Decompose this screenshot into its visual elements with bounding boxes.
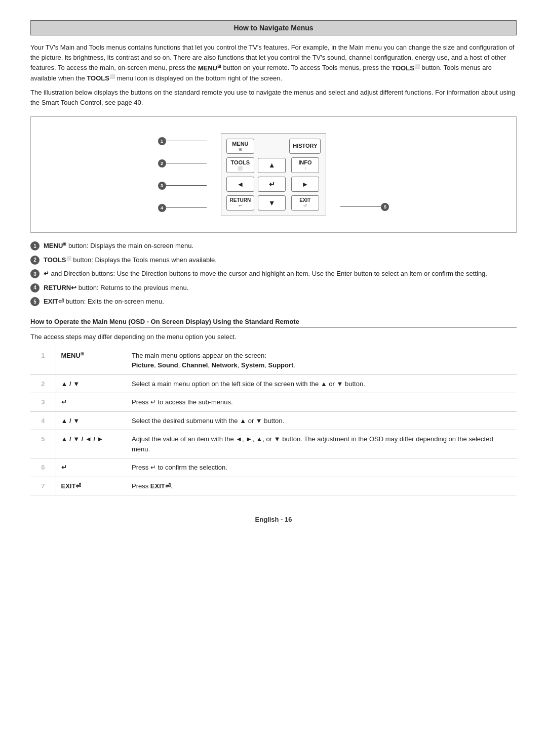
bullet-num-5: 5 xyxy=(30,297,40,306)
step-label-3: ↵ xyxy=(56,393,127,412)
step-num-3: 3 xyxy=(30,393,56,412)
step-row-3: 3 ↵ Press ↵ to access the sub-menus. xyxy=(30,393,517,412)
step-desc-7: Press EXIT⏎. xyxy=(127,477,517,495)
right-callouts: 5 xyxy=(336,138,389,211)
exit-button: EXIT ⏎ xyxy=(291,195,319,211)
callout-line-5 xyxy=(340,206,381,207)
step-desc-3: Press ↵ to access the sub-menus. xyxy=(127,393,517,412)
step-row-2: 2 ▲ / ▼ Select a main menu option on the… xyxy=(30,374,517,393)
enter-button: ↵ xyxy=(258,177,286,192)
callout-num-5: 5 xyxy=(381,203,389,211)
access-steps-text: The access steps may differ depending on… xyxy=(30,333,517,341)
callout-5-line: 5 xyxy=(340,203,389,211)
callout-line-1 xyxy=(166,141,207,141)
step-num-1: 1 xyxy=(30,347,56,375)
step-desc-2: Select a main menu option on the left si… xyxy=(127,374,517,393)
info-button: INFO i xyxy=(291,157,319,173)
step-row-7: 7 EXIT⏎ Press EXIT⏎. xyxy=(30,477,517,495)
callout-num-2: 2 xyxy=(158,159,166,167)
bullet-num-3: 3 xyxy=(30,269,40,278)
bullet-num-2: 2 xyxy=(30,256,40,265)
bullet-num-1: 1 xyxy=(30,241,40,250)
step-num-5: 5 xyxy=(30,430,56,458)
section-title: How to Navigate Menus xyxy=(30,20,517,35)
callout-line-3 xyxy=(166,185,207,186)
step-row-6: 6 ↵ Press ↵ to confirm the selection. xyxy=(30,458,517,477)
callout-desc-3: 3 ↵ and Direction buttons: Use the Direc… xyxy=(30,269,517,279)
step-label-2: ▲ / ▼ xyxy=(56,374,127,393)
tools-button: TOOLS ⬜ xyxy=(226,157,254,173)
intro-paragraph-2: The illustration below displays the butt… xyxy=(30,88,517,108)
page-footer: English - 16 xyxy=(30,516,517,523)
down-button: ▼ xyxy=(258,195,286,211)
step-row-1: 1 MENU⊞ The main menu options appear on … xyxy=(30,347,517,375)
step-desc-1: The main menu options appear on the scre… xyxy=(127,347,517,375)
callout-4-line: 4 xyxy=(158,204,207,212)
left-button: ◄ xyxy=(226,177,254,192)
callout-desc-2: 2 TOOLS⬜ button: Displays the Tools menu… xyxy=(30,255,517,265)
step-desc-6: Press ↵ to confirm the selection. xyxy=(127,458,517,477)
osd-subheading: How to Operate the Main Menu (OSD - On S… xyxy=(30,318,517,328)
remote-diagram: 1 2 3 4 MENU ⊞ H xyxy=(30,116,517,233)
callout-desc-1: 1 MENU⊞ button: Displays the main on-scr… xyxy=(30,241,517,251)
callout-num-3: 3 xyxy=(158,182,166,190)
step-row-5: 5 ▲ / ▼ / ◄ / ► Adjust the value of an i… xyxy=(30,430,517,458)
callout-descriptions: 1 MENU⊞ button: Displays the main on-scr… xyxy=(30,241,517,307)
step-desc-4: Select the desired submenu with the ▲ or… xyxy=(127,411,517,430)
callout-desc-5: 5 EXIT⏎ button: Exits the on-screen menu… xyxy=(30,297,517,307)
step-label-6: ↵ xyxy=(56,458,127,477)
callout-desc-4: 4 RETURN↩ button: Returns to the previou… xyxy=(30,283,517,293)
left-callouts: 1 2 3 4 xyxy=(158,137,211,212)
step-row-4: 4 ▲ / ▼ Select the desired submenu with … xyxy=(30,411,517,430)
callout-num-1: 1 xyxy=(158,137,166,145)
step-label-1: MENU⊞ xyxy=(56,347,127,375)
callout-num-4: 4 xyxy=(158,204,166,212)
intro-paragraph-1: Your TV's Main and Tools menus contains … xyxy=(30,43,517,83)
step-label-5: ▲ / ▼ / ◄ / ► xyxy=(56,430,127,458)
step-label-7: EXIT⏎ xyxy=(56,477,127,495)
steps-table: 1 MENU⊞ The main menu options appear on … xyxy=(30,347,517,496)
callout-2-line: 2 xyxy=(158,159,207,167)
step-num-7: 7 xyxy=(30,477,56,495)
menu-button: MENU ⊞ xyxy=(226,139,254,154)
step-label-4: ▲ / ▼ xyxy=(56,411,127,430)
step-num-4: 4 xyxy=(30,411,56,430)
remote-buttons-grid: MENU ⊞ HISTORY TOOLS ⬜ ▲ INFO i ◄ ↵ ► xyxy=(221,133,327,217)
right-button: ► xyxy=(291,177,319,192)
bullet-num-4: 4 xyxy=(30,283,40,292)
callout-line-4 xyxy=(166,207,207,208)
step-num-2: 2 xyxy=(30,374,56,393)
history-button: HISTORY xyxy=(289,139,321,154)
callout-1-line: 1 xyxy=(158,137,207,145)
step-num-6: 6 xyxy=(30,458,56,477)
up-button: ▲ xyxy=(258,158,286,173)
callout-3-line: 3 xyxy=(158,182,207,190)
step-desc-5: Adjust the value of an item with the ◄, … xyxy=(127,430,517,458)
callout-line-2 xyxy=(166,163,207,163)
return-button: RETURN ↩ xyxy=(226,195,255,211)
